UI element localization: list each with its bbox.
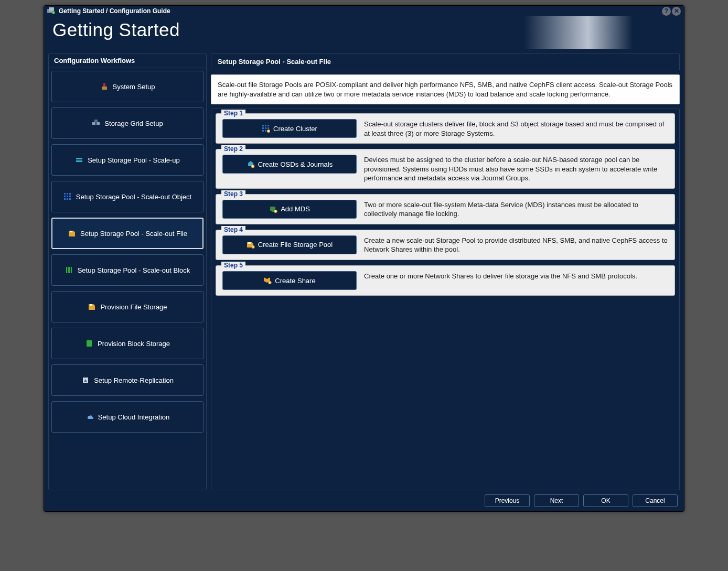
svg-rect-25 <box>87 340 92 347</box>
svg-rect-29 <box>262 127 264 129</box>
sidebar-item-storage-grid-setup[interactable]: Storage Grid Setup <box>51 107 204 139</box>
svg-rect-20 <box>66 267 67 273</box>
step-button-icon <box>247 160 255 168</box>
svg-rect-26 <box>262 125 264 126</box>
nav-icon <box>75 156 83 164</box>
sidebar-item-provision-block-storage[interactable]: Provision Block Storage <box>51 328 204 359</box>
close-icon[interactable]: ✕ <box>672 7 681 16</box>
step-description: Devices must be assigned to the cluster … <box>364 155 668 183</box>
svg-rect-23 <box>71 267 72 273</box>
main-panel: Setup Storage Pool - Scale-out File Scal… <box>211 53 680 490</box>
window-title: Getting Started / Configuration Guide <box>59 7 170 15</box>
svg-rect-6 <box>97 122 100 125</box>
svg-rect-5 <box>92 122 95 125</box>
nav-icon <box>100 82 109 91</box>
ok-button[interactable]: OK <box>583 494 628 507</box>
nav-icon <box>88 303 96 311</box>
svg-rect-8 <box>76 158 82 159</box>
step-button-icon <box>262 124 270 133</box>
hero-title: Getting Started <box>52 19 180 40</box>
sidebar-item-setup-storage-pool-scale-out-block[interactable]: Setup Storage Pool - Scale-out Block <box>51 254 204 286</box>
step-box-3: Step 3Add MDSTwo or more scale-out file-… <box>216 194 675 224</box>
nav-item-label: Setup Remote-Replication <box>94 376 174 384</box>
svg-rect-30 <box>265 127 266 129</box>
create-cluster-button[interactable]: Create Cluster <box>222 119 357 138</box>
step-legend: Step 2 <box>221 145 245 153</box>
step-button-icon <box>269 205 277 213</box>
help-icon[interactable]: ? <box>662 7 671 16</box>
nav-icon <box>63 192 72 201</box>
step-box-4: Step 4Create File Storage PoolCreate a n… <box>216 230 675 260</box>
svg-rect-14 <box>67 196 68 197</box>
sidebar-item-setup-storage-pool-scale-out-object[interactable]: Setup Storage Pool - Scale-out Object <box>51 181 204 212</box>
svg-rect-15 <box>69 196 71 197</box>
svg-rect-4 <box>103 83 105 87</box>
nav-item-label: Setup Storage Pool - Scale-out Object <box>76 193 191 201</box>
svg-rect-7 <box>94 120 98 122</box>
nav-item-label: Storage Grid Setup <box>104 120 163 127</box>
svg-rect-19 <box>70 231 72 232</box>
nav-icon <box>68 229 76 238</box>
sidebar-item-provision-file-storage[interactable]: Provision File Storage <box>51 291 204 322</box>
nav-icon <box>81 376 90 384</box>
previous-button[interactable]: Previous <box>485 494 530 507</box>
footer: Previous Next OK Cancel <box>44 490 684 511</box>
step-description: Create a new scale-out Storage Pool to p… <box>364 235 668 254</box>
svg-rect-21 <box>68 267 69 273</box>
nav-item-label: Provision Block Storage <box>98 340 170 348</box>
step-button-icon <box>247 241 255 249</box>
svg-rect-32 <box>262 130 264 132</box>
svg-rect-17 <box>67 198 68 200</box>
create-file-storage-pool-button[interactable]: Create File Storage Pool <box>222 235 357 254</box>
steps-area: Step 1Create ClusterScale-out storage cl… <box>211 109 680 490</box>
nav-item-label: Setup Cloud Integration <box>98 413 170 421</box>
next-button[interactable]: Next <box>534 494 579 507</box>
create-share-button[interactable]: Create Share <box>222 271 357 290</box>
add-mds-button[interactable]: Add MDS <box>222 200 357 219</box>
dialog-window: Getting Started / Configuration Guide ? … <box>44 5 684 512</box>
sidebar-list: System SetupStorage Grid SetupSetup Stor… <box>49 68 206 490</box>
sidebar-item-setup-storage-pool-scale-up[interactable]: Setup Storage Pool - Scale-up <box>51 144 204 176</box>
step-legend: Step 4 <box>221 226 245 233</box>
step-button-label: Create File Storage Pool <box>258 241 333 249</box>
nav-icon <box>92 119 100 127</box>
sidebar-header: Configuration Workflows <box>49 53 206 68</box>
step-button-label: Create Cluster <box>273 125 317 133</box>
step-legend: Step 1 <box>221 110 245 117</box>
step-button-label: Create Share <box>275 277 315 285</box>
step-description: Scale-out storage clusters deliver file,… <box>364 119 668 138</box>
svg-rect-31 <box>267 127 269 129</box>
svg-rect-13 <box>64 196 66 197</box>
svg-rect-33 <box>265 130 266 132</box>
step-box-2: Step 2Create OSDs & JournalsDevices must… <box>216 149 675 189</box>
step-description: Create one or more Network Shares to del… <box>364 271 637 281</box>
svg-rect-16 <box>64 198 66 200</box>
app-icon <box>47 7 56 15</box>
svg-rect-3 <box>102 87 107 90</box>
step-button-icon <box>263 276 272 285</box>
step-description: Two or more scale-out file-system Meta-d… <box>364 200 668 219</box>
step-button-label: Create OSDs & Journals <box>258 160 333 168</box>
nav-item-label: Setup Storage Pool - Scale-out Block <box>78 266 190 274</box>
sidebar-item-system-setup[interactable]: System Setup <box>51 71 204 102</box>
cancel-button[interactable]: Cancel <box>633 494 678 507</box>
step-legend: Step 5 <box>221 262 245 269</box>
sidebar-item-setup-storage-pool-scale-out-file[interactable]: Setup Storage Pool - Scale-out File <box>51 218 204 249</box>
step-box-5: Step 5Create ShareCreate one or more Net… <box>216 265 675 296</box>
svg-rect-28 <box>267 125 269 126</box>
sidebar-item-setup-cloud-integration[interactable]: Setup Cloud Integration <box>51 401 204 433</box>
svg-rect-1 <box>49 7 54 12</box>
create-osds-journals-button[interactable]: Create OSDs & Journals <box>222 155 357 174</box>
nav-item-label: System Setup <box>113 83 155 91</box>
nav-icon <box>85 413 94 421</box>
svg-rect-27 <box>265 125 266 126</box>
svg-rect-9 <box>76 160 82 162</box>
svg-rect-22 <box>69 267 70 273</box>
step-box-1: Step 1Create ClusterScale-out storage cl… <box>216 113 675 144</box>
sidebar-item-setup-remote-replication[interactable]: Setup Remote-Replication <box>51 364 204 396</box>
svg-rect-40 <box>248 242 251 244</box>
sidebar: Configuration Workflows System SetupStor… <box>48 53 207 490</box>
intro-text: Scale-out file Storage Pools are POSIX-c… <box>211 74 680 104</box>
svg-rect-12 <box>69 193 71 195</box>
nav-icon <box>65 266 73 274</box>
